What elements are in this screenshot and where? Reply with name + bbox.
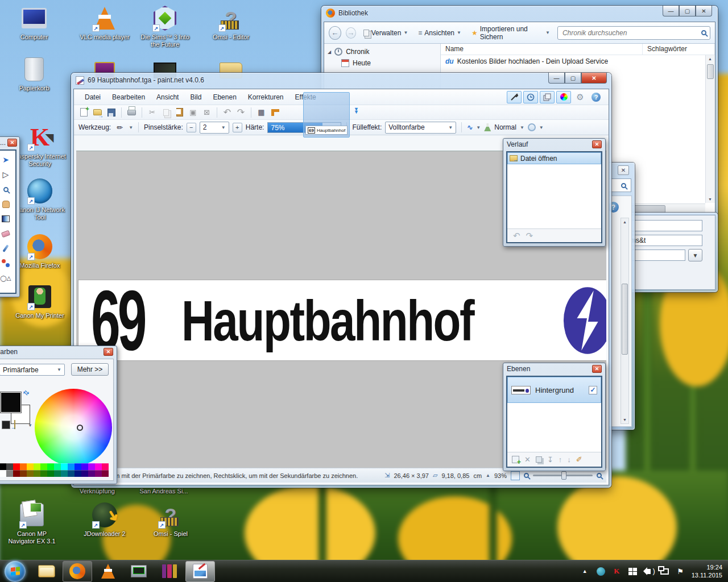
palette-swatch[interactable] xyxy=(20,463,27,470)
palette-swatch[interactable] xyxy=(95,463,102,470)
tray-action-center-icon[interactable]: ⚑ xyxy=(676,567,685,576)
palette-dropdown-icon[interactable]: ▼ xyxy=(28,423,32,428)
zoom-slider-thumb[interactable] xyxy=(561,471,566,480)
taskbar-monitor-button[interactable] xyxy=(124,561,154,582)
color-wheel[interactable] xyxy=(35,389,112,466)
delete-layer-icon[interactable]: ✕ xyxy=(524,455,531,464)
paste-button[interactable] xyxy=(174,107,185,118)
tray-network-icon[interactable] xyxy=(660,567,669,576)
ruler-toggle-button[interactable] xyxy=(270,107,280,118)
add-color-icon[interactable] xyxy=(2,421,10,429)
colors-panel-toggle[interactable] xyxy=(556,91,571,103)
image-list-chevron-icon[interactable]: ▼▼ xyxy=(354,108,359,114)
colors-panel-titlebar[interactable]: Farben ✕ xyxy=(0,346,117,357)
brush-width-decrease[interactable]: − xyxy=(187,123,196,132)
palette-swatch[interactable] xyxy=(61,470,68,477)
taskbar-clock[interactable]: 19:24 13.11.2015 xyxy=(692,563,722,579)
history-row[interactable]: du Kostenlos Bilder hochladen - Dein Upl… xyxy=(441,55,715,68)
vertical-scrollbar[interactable]: ▲ ▼ xyxy=(705,55,715,203)
menu-ansicht[interactable]: Ansicht xyxy=(151,91,184,103)
column-name[interactable]: Name xyxy=(441,44,643,55)
open-file-button[interactable] xyxy=(92,107,103,118)
menu-korrekturen[interactable]: Korrekturen xyxy=(243,91,289,103)
scrollbar-thumb[interactable] xyxy=(622,284,628,355)
tool-zoom[interactable] xyxy=(0,182,13,197)
tools-panel-toggle[interactable] xyxy=(507,91,522,103)
palette-swatch[interactable] xyxy=(34,470,40,477)
dropdown-arrow-icon[interactable]: ▼ xyxy=(539,125,544,130)
desktop-icon-canon-mp[interactable]: ↗ Canon MP Navigator EX 3.1 xyxy=(5,501,59,545)
copy-button[interactable] xyxy=(160,107,171,118)
help-button[interactable]: ? xyxy=(589,91,603,103)
sidebar-item-heute[interactable]: Heute xyxy=(324,57,440,69)
close-icon[interactable]: ✕ xyxy=(592,140,602,148)
palette-swatch[interactable] xyxy=(13,463,20,470)
cut-button[interactable]: ✂ xyxy=(147,107,158,118)
palette-swatch[interactable] xyxy=(75,470,81,477)
palette-swatch[interactable] xyxy=(54,463,61,470)
primary-color-swatch[interactable] xyxy=(1,392,21,413)
taskbar-winrar-button[interactable] xyxy=(155,561,184,582)
history-panel-toggle[interactable] xyxy=(523,91,538,103)
color-mode-combo[interactable]: Primärfarbe▼ xyxy=(0,364,65,376)
start-button[interactable] xyxy=(5,561,26,582)
layer-properties-icon[interactable]: ✐ xyxy=(576,455,582,464)
minimize-button[interactable]: — xyxy=(663,6,679,16)
maximize-button[interactable]: ▢ xyxy=(679,6,696,16)
deselect-button[interactable]: ⊠ xyxy=(201,107,212,118)
minimize-button[interactable]: — xyxy=(548,73,565,84)
palette-swatch[interactable] xyxy=(27,463,34,470)
desktop-icon-jdownloader[interactable]: ↗ JDownloader 2 xyxy=(77,501,132,538)
layer-visible-checkbox[interactable]: ✓ xyxy=(589,386,597,394)
palette-swatch[interactable] xyxy=(88,470,95,477)
desktop-icon-computer[interactable]: Computer xyxy=(7,5,61,41)
move-layer-down-icon[interactable]: ↓ xyxy=(567,455,571,464)
tool-color-picker[interactable] xyxy=(0,241,13,256)
menu-ebenen[interactable]: Ebenen xyxy=(208,91,241,103)
tray-kaspersky-icon[interactable]: K xyxy=(612,567,622,576)
palette-swatch[interactable] xyxy=(102,470,109,477)
search-input[interactable] xyxy=(561,28,698,38)
brush-width-combo[interactable]: 2▼ xyxy=(200,122,229,134)
redo-button[interactable]: ↷ xyxy=(235,107,246,118)
close-button[interactable]: ✕ xyxy=(581,73,607,84)
new-file-button[interactable] xyxy=(78,107,89,118)
palette-swatch[interactable] xyxy=(81,470,88,477)
history-undo-icon[interactable]: ↶ xyxy=(513,231,520,241)
pencil-tool-icon[interactable]: ✏ xyxy=(114,122,125,133)
desktop-icon-papierkorb[interactable]: Papierkorb xyxy=(7,56,61,92)
taskbar-firefox-button[interactable] xyxy=(63,561,92,582)
layer-row-hintergrund[interactable]: Hintergrund ✓ xyxy=(507,377,601,403)
desktop-icon-canon-ij[interactable]: ↗ Canon IJ Network Tool xyxy=(13,177,67,221)
desktop-icon-omsi-spiel[interactable]: ?↗ Omsi - Spiel xyxy=(143,501,198,538)
menu-datei[interactable]: Datei xyxy=(80,91,106,103)
zoom-slider[interactable] xyxy=(533,475,593,476)
color-wheel-marker[interactable] xyxy=(77,425,83,431)
layers-panel-titlebar[interactable]: Ebenen ✕ xyxy=(503,363,605,375)
settings-button[interactable]: ⚙ xyxy=(573,91,587,103)
tool-shapes[interactable]: ◯△ xyxy=(0,271,13,285)
grid-toggle-button[interactable]: ▦ xyxy=(256,107,267,118)
menu-bild[interactable]: Bild xyxy=(185,91,206,103)
tool-recolor[interactable] xyxy=(0,256,13,271)
palette-swatch[interactable] xyxy=(81,463,88,470)
dropdown-arrow-icon[interactable]: ▼ xyxy=(129,125,133,130)
undo-button[interactable]: ↶ xyxy=(222,107,233,118)
save-button[interactable] xyxy=(106,107,117,118)
zoom-in-icon[interactable] xyxy=(597,473,602,478)
duplicate-layer-icon[interactable] xyxy=(536,456,542,463)
history-search-box[interactable] xyxy=(557,26,710,40)
tools-panel-titlebar[interactable]: rk... ✕ xyxy=(0,137,19,148)
taskbar-explorer-button[interactable] xyxy=(32,561,61,582)
importieren-menu[interactable]: ★ Importieren und Sichern▼ xyxy=(469,23,553,43)
brush-width-increase[interactable]: + xyxy=(233,123,242,132)
move-layer-up-icon[interactable]: ↑ xyxy=(559,455,562,464)
ansichten-menu[interactable]: ≡ Ansichten▼ xyxy=(415,27,464,39)
back-button[interactable]: ← xyxy=(329,26,341,40)
antialiasing-icon[interactable] xyxy=(484,123,491,131)
artwork-image[interactable]: 69 Hauptbahnhof xyxy=(78,280,606,360)
search-icon[interactable] xyxy=(701,30,706,35)
more-button[interactable]: Mehr >> xyxy=(71,363,109,376)
merge-down-icon[interactable]: ↧ xyxy=(547,455,553,464)
palette-swatch[interactable] xyxy=(27,470,34,477)
